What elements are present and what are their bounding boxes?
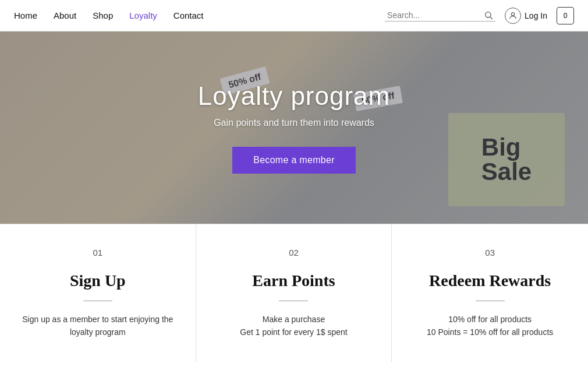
nav-contact[interactable]: Contact bbox=[173, 10, 204, 20]
step-card-2: 02 Earn Points Make a purchaseGet 1 poin… bbox=[196, 224, 392, 362]
login-label[interactable]: Log In bbox=[525, 11, 547, 20]
step-title-3: Redeem Rewards bbox=[409, 271, 571, 290]
nav-loyalty[interactable]: Loyalty bbox=[129, 10, 157, 20]
search-input[interactable] bbox=[387, 10, 480, 20]
step-number-2: 02 bbox=[214, 248, 374, 257]
hero-title: Loyalty program bbox=[198, 82, 390, 111]
cart-count: 0 bbox=[564, 12, 568, 20]
nav-about[interactable]: About bbox=[54, 10, 76, 20]
svg-point-0 bbox=[486, 12, 491, 17]
svg-line-1 bbox=[490, 17, 493, 19]
login-area[interactable]: Log In bbox=[505, 8, 547, 24]
hero-content: Loyalty program Gain points and turn the… bbox=[198, 82, 390, 174]
step-title-1: Sign Up bbox=[17, 271, 178, 290]
nav-shop[interactable]: Shop bbox=[93, 10, 113, 20]
search-bar[interactable] bbox=[385, 9, 495, 22]
step-number-1: 01 bbox=[17, 248, 178, 257]
step-desc-1: Sign up as a member to start enjoying th… bbox=[17, 313, 178, 339]
steps-section: 01 Sign Up Sign up as a member to start … bbox=[0, 224, 588, 362]
step-card-1: 01 Sign Up Sign up as a member to start … bbox=[0, 224, 196, 362]
nav-links: Home About Shop Loyalty Contact bbox=[14, 10, 385, 20]
nav-home[interactable]: Home bbox=[14, 10, 37, 20]
navbar: Home About Shop Loyalty Contact Log In 0 bbox=[0, 0, 588, 31]
avatar-icon bbox=[505, 8, 521, 24]
hero-subtitle: Gain points and turn them into rewards bbox=[198, 118, 390, 128]
step-number-3: 03 bbox=[409, 248, 571, 257]
hero-section: 50% off 50% off BigSale Loyalty program … bbox=[0, 31, 588, 224]
search-icon bbox=[484, 10, 493, 20]
step-divider-2 bbox=[279, 301, 308, 301]
nav-right: Log In 0 bbox=[385, 7, 574, 24]
step-desc-2: Make a purchaseGet 1 point for every 1$ … bbox=[214, 313, 374, 339]
step-divider-1 bbox=[83, 301, 112, 301]
step-desc-3: 10% off for all products10 Points = 10% … bbox=[409, 313, 571, 339]
step-divider-3 bbox=[476, 301, 505, 301]
svg-point-2 bbox=[511, 12, 514, 15]
cart-icon[interactable]: 0 bbox=[557, 7, 574, 24]
become-member-button[interactable]: Become a member bbox=[232, 147, 356, 174]
step-title-2: Earn Points bbox=[214, 271, 374, 290]
step-card-3: 03 Redeem Rewards 10% off for all produc… bbox=[392, 224, 588, 362]
